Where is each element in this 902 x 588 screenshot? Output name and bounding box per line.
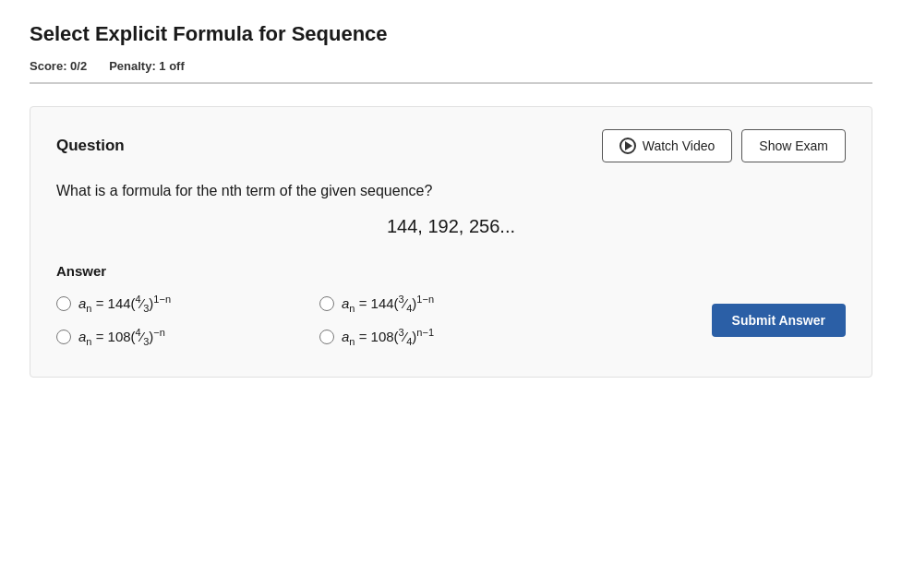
play-triangle-icon [625, 141, 632, 150]
watch-video-button[interactable]: Watch Video [602, 129, 733, 162]
option-3-formula: an = 108(4⁄3)−n [78, 327, 165, 347]
question-header: Question Watch Video Show Exam [56, 129, 846, 162]
sequence-display: 144, 192, 256... [56, 216, 846, 237]
watch-video-label: Watch Video [643, 138, 716, 153]
option-2[interactable]: an = 144(3⁄4)1−n [319, 294, 583, 314]
radio-opt2[interactable] [319, 296, 334, 311]
option-4[interactable]: an = 108(3⁄4)n−1 [319, 327, 583, 347]
radio-opt1[interactable] [56, 296, 71, 311]
submit-cell: Submit Answer [583, 304, 846, 337]
question-card: Question Watch Video Show Exam What is a… [30, 106, 872, 378]
play-icon [619, 138, 636, 154]
option-3[interactable]: an = 108(4⁄3)−n [56, 327, 319, 347]
penalty-label: Penalty: 1 off [109, 59, 185, 73]
question-text: What is a formula for the nth term of th… [56, 183, 846, 199]
show-exam-button[interactable]: Show Exam [741, 129, 846, 162]
option-4-formula: an = 108(3⁄4)n−1 [342, 327, 434, 347]
radio-opt4[interactable] [319, 330, 334, 344]
submit-answer-button[interactable]: Submit Answer [712, 304, 846, 337]
option-1-formula: an = 144(4⁄3)1−n [78, 294, 171, 314]
answer-label: Answer [56, 263, 846, 279]
page-title: Select Explicit Formula for Sequence [30, 22, 872, 46]
option-1[interactable]: an = 144(4⁄3)1−n [56, 294, 319, 314]
radio-opt3[interactable] [56, 330, 71, 344]
question-label: Question [56, 137, 125, 155]
answer-section: Answer an = 144(4⁄3)1−n an = 144(3⁄4)1−n [56, 263, 846, 347]
option-2-formula: an = 144(3⁄4)1−n [342, 294, 434, 314]
answer-options: an = 144(4⁄3)1−n an = 144(3⁄4)1−n Submit… [56, 294, 846, 347]
header-buttons: Watch Video Show Exam [602, 129, 846, 162]
score-label: Score: 0/2 [30, 59, 87, 73]
